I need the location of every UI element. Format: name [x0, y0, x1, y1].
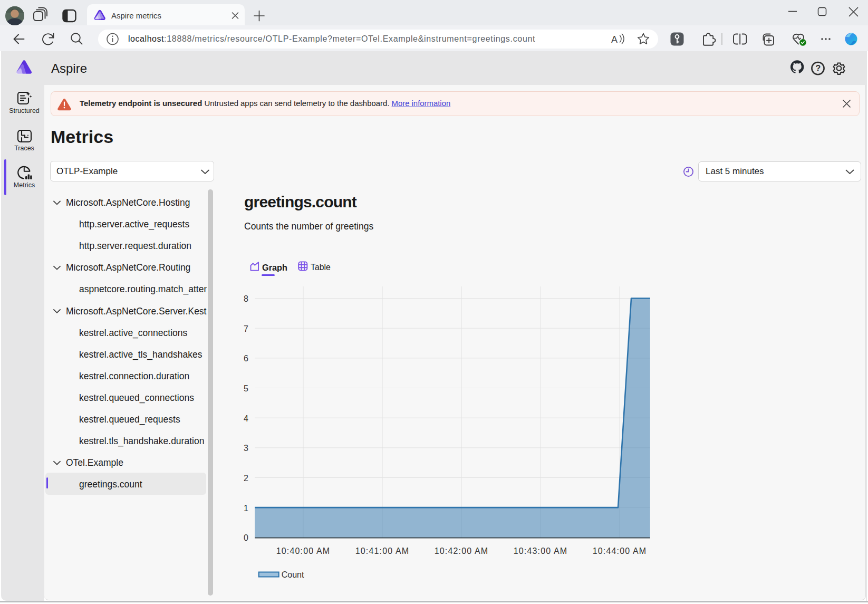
svg-text:10:44:00 AM: 10:44:00 AM [593, 547, 647, 555]
svg-text:0: 0 [244, 533, 248, 542]
svg-text:4: 4 [244, 414, 248, 423]
svg-text:Count: Count [282, 570, 304, 579]
svg-text:7: 7 [244, 324, 248, 333]
svg-text:8: 8 [244, 294, 248, 303]
svg-text:10:42:00 AM: 10:42:00 AM [435, 547, 489, 555]
svg-text:1: 1 [244, 504, 248, 513]
svg-text:2: 2 [244, 474, 248, 483]
svg-text:3: 3 [244, 444, 248, 453]
svg-text:A: A [611, 34, 618, 45]
svg-text:6: 6 [244, 354, 248, 363]
svg-text:10:40:00 AM: 10:40:00 AM [276, 547, 331, 555]
svg-text:10:43:00 AM: 10:43:00 AM [514, 547, 568, 555]
svg-text:?: ? [816, 64, 821, 73]
svg-text:10:41:00 AM: 10:41:00 AM [355, 547, 410, 555]
svg-text:5: 5 [244, 384, 248, 393]
